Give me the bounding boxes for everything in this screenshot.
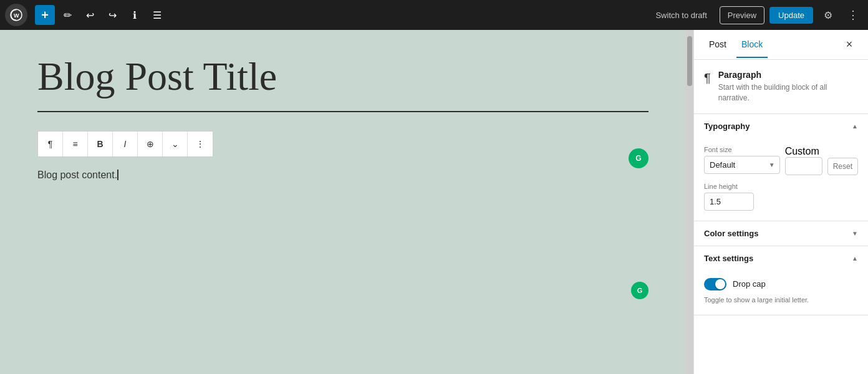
block-title: Paragraph (718, 70, 858, 80)
redo-button[interactable]: ↪ (102, 5, 122, 25)
line-height-label: Line height (704, 183, 858, 190)
toolbar-right: Switch to draft Preview Update ⚙ ⋮ (648, 5, 863, 25)
main-toolbar: W + ✏ ↩ ↪ ℹ ☰ Switch to draft Preview Up… (0, 0, 868, 30)
inline-formatting-toolbar: ¶ ≡ B I ⊕ ⌄ ⋮ (37, 131, 213, 157)
paragraph-block-icon: ¶ (704, 71, 711, 85)
svg-text:W: W (14, 12, 19, 19)
link-btn[interactable]: ⊕ (138, 132, 163, 156)
bold-btn[interactable]: B (88, 132, 113, 156)
grammarly-badge-title: G (629, 148, 649, 168)
panel-header: Post Block × (694, 30, 868, 60)
line-height-row: Line height (704, 183, 858, 211)
post-content[interactable]: Blog post content. (37, 167, 649, 183)
text-cursor (117, 170, 118, 180)
tab-post[interactable]: Post (704, 32, 731, 58)
color-settings-section: Color settings ▼ (694, 221, 868, 246)
right-panel: Post Block × ¶ Paragraph Start with the … (693, 30, 868, 374)
title-divider (37, 111, 649, 112)
drop-cap-row: Drop cap (704, 278, 858, 290)
align-btn[interactable]: ≡ (63, 132, 88, 156)
drop-cap-description: Toggle to show a large initial letter. (704, 295, 858, 305)
italic-btn[interactable]: I (113, 132, 138, 156)
text-settings-header[interactable]: Text settings ▲ (694, 246, 868, 271)
update-button[interactable]: Update (769, 7, 813, 24)
color-settings-title: Color settings (704, 229, 758, 238)
line-height-input[interactable] (704, 193, 754, 211)
font-size-select-wrapper: Default Small Normal Medium Large Huge ▼ (704, 156, 780, 174)
add-block-button[interactable]: + (35, 5, 55, 25)
settings-button[interactable]: ⚙ (818, 5, 838, 25)
block-info-text: Paragraph Start with the building block … (718, 70, 858, 103)
typography-chevron-icon: ▲ (852, 123, 858, 130)
drop-cap-toggle[interactable] (704, 278, 726, 290)
font-size-row: Font size Default Small Normal Medium La… (704, 146, 858, 175)
panel-close-button[interactable]: × (841, 36, 858, 54)
reset-font-size-button[interactable]: Reset (827, 158, 858, 175)
more-formats-btn[interactable]: ⌄ (163, 132, 188, 156)
font-size-label: Font size (704, 146, 780, 153)
text-settings-title: Text settings (704, 254, 753, 263)
font-size-select[interactable]: Default Small Normal Medium Large Huge (704, 156, 780, 174)
undo-button[interactable]: ↩ (80, 5, 100, 25)
info-button[interactable]: ℹ (125, 5, 145, 25)
scrollbar-track[interactable] (686, 30, 693, 374)
block-options-btn[interactable]: ⋮ (188, 132, 213, 156)
typography-section: Typography ▲ Font size Default Small Nor… (694, 114, 868, 221)
custom-label: Custom (785, 146, 819, 156)
block-info: ¶ Paragraph Start with the building bloc… (694, 60, 868, 114)
text-settings-chevron-icon: ▲ (852, 255, 858, 262)
block-description: Start with the building block of all nar… (718, 82, 858, 103)
main-area: Blog Post Title G ¶ ≡ B I ⊕ ⌄ ⋮ Blog pos… (0, 30, 868, 374)
custom-size-col: Custom (785, 146, 822, 175)
text-settings-content: Drop cap Toggle to show a large initial … (694, 271, 868, 315)
toggle-knob (715, 279, 725, 289)
paragraph-icon-btn[interactable]: ¶ (38, 132, 63, 156)
grammarly-badge-content: G (631, 282, 649, 299)
tools-button[interactable]: ✏ (57, 5, 77, 25)
list-view-button[interactable]: ☰ (147, 5, 167, 25)
more-options-button[interactable]: ⋮ (843, 5, 863, 25)
color-settings-chevron-icon: ▼ (852, 230, 858, 237)
wp-logo: W (5, 4, 27, 26)
tab-block[interactable]: Block (736, 32, 768, 58)
typography-section-header[interactable]: Typography ▲ (694, 114, 868, 138)
typography-section-title: Typography (704, 122, 750, 131)
editor-canvas[interactable]: Blog Post Title G ¶ ≡ B I ⊕ ⌄ ⋮ Blog pos… (0, 30, 686, 374)
post-title[interactable]: Blog Post Title (37, 55, 649, 98)
drop-cap-label: Drop cap (733, 279, 766, 289)
custom-size-input[interactable] (785, 157, 822, 175)
scrollbar-thumb[interactable] (687, 36, 692, 86)
preview-button[interactable]: Preview (720, 6, 764, 24)
text-settings-section: Text settings ▲ Drop cap Toggle to show … (694, 246, 868, 315)
color-settings-header[interactable]: Color settings ▼ (694, 221, 868, 246)
typography-section-content: Font size Default Small Normal Medium La… (694, 138, 868, 221)
switch-to-draft-button[interactable]: Switch to draft (648, 7, 714, 24)
wp-logo-icon: W (10, 9, 22, 21)
font-size-col: Font size Default Small Normal Medium La… (704, 146, 780, 174)
